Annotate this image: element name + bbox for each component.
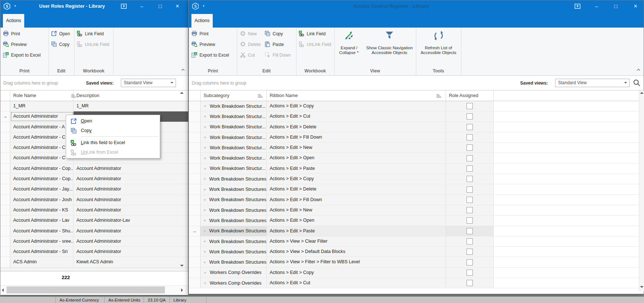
expand-plus-icon[interactable]: + — [203, 280, 207, 286]
role-assigned-checkbox[interactable] — [467, 176, 473, 182]
cell-subcategory[interactable]: + Work Breakdown Structur... — [201, 153, 267, 163]
cell-description[interactable]: 1_MR — [73, 101, 188, 111]
cell-ribbon-name[interactable]: Actions > View > Clear Filter — [267, 236, 446, 246]
saved-views-dropdown[interactable]: Standard View — [555, 79, 630, 87]
table-row[interactable]: → + Work Breakdown Structures Actions > … — [189, 215, 639, 226]
table-row[interactable]: → + Workers Comp Overrides Actions > Edi… — [189, 278, 639, 288]
cell-subcategory[interactable]: + Work Breakdown Structures — [201, 195, 267, 205]
table-row[interactable]: → + Work Breakdown Structures Actions > … — [189, 247, 639, 257]
cell-description[interactable]: Account Administrator — [73, 174, 188, 184]
horizontal-scrollbar[interactable] — [0, 285, 188, 294]
show-classic-navigation-button[interactable]: Show Classic Navigation Accessible Objec… — [363, 29, 416, 55]
table-row[interactable]: → + Work Breakdown Structures Actions > … — [189, 226, 639, 236]
header-subcategory[interactable]: Subcategory — [201, 90, 267, 101]
cell-subcategory[interactable]: + Workers Comp Overrides — [201, 278, 267, 288]
collapse-ribbon-button[interactable] — [636, 67, 641, 72]
cell-role-assigned[interactable] — [446, 278, 494, 288]
cell-ribbon-name[interactable]: Actions > Edit > Paste — [267, 164, 446, 174]
table-row[interactable]: → + Work Breakdown Structures Actions > … — [189, 236, 639, 247]
expand-plus-icon[interactable]: + — [203, 260, 206, 265]
minimize-button[interactable]: – — [137, 2, 146, 10]
expand-collapse-button[interactable]: Expand / Collapse — [334, 29, 364, 55]
cell-role-assigned[interactable] — [446, 195, 494, 205]
cell-subcategory[interactable]: + Work Breakdown Structures — [201, 184, 267, 194]
cell-role-name[interactable]: Account Administrator - Jay... — [10, 184, 73, 194]
table-row[interactable]: → + Work Breakdown Structures Actions > … — [189, 257, 639, 267]
table-row[interactable]: → Account Administrator - Sri Account Ad… — [0, 247, 188, 257]
cell-role-name[interactable]: Account Administrator - sree... — [10, 236, 73, 246]
cell-ribbon-name[interactable]: Actions > Edit > Fill Down — [267, 195, 446, 205]
role-assigned-checkbox[interactable] — [467, 165, 473, 172]
expand-plus-icon[interactable]: + — [203, 156, 207, 161]
table-row[interactable]: → Account Administrator - Jay... Account… — [0, 184, 188, 195]
cell-role-assigned[interactable] — [446, 143, 494, 153]
cell-role-name[interactable]: Account Administrator - C — [10, 132, 73, 142]
cell-ribbon-name[interactable]: Actions > Edit > Copy — [267, 101, 446, 111]
cell-subcategory[interactable]: + Work Breakdown Structur... — [201, 122, 267, 132]
cell-ribbon-name[interactable]: Actions > Edit > Delete — [267, 122, 446, 132]
cell-role-assigned[interactable] — [446, 132, 494, 142]
paste-button[interactable]: Paste — [265, 40, 284, 49]
cell-role-name[interactable]: Account Administrator - Josh — [10, 195, 73, 205]
group-by-panel[interactable]: Drag columns here to group Saved views: … — [0, 76, 188, 90]
print-button[interactable]: Print — [191, 29, 209, 38]
table-row[interactable]: → + Work Breakdown Structures Actions > … — [189, 174, 639, 184]
cell-role-name[interactable]: Account Administrator - KS — [10, 205, 73, 215]
cell-role-assigned[interactable] — [446, 236, 494, 246]
cell-subcategory[interactable]: + Work Breakdown Structures — [201, 236, 267, 246]
close-button[interactable]: × — [173, 2, 182, 10]
export-to-excel-button[interactable]: X Export to Excel — [191, 51, 229, 60]
cell-subcategory[interactable]: + Work Breakdown Structures — [201, 257, 267, 267]
expand-plus-icon[interactable]: + — [203, 166, 207, 171]
tab-actions[interactable]: Actions — [3, 14, 24, 28]
table-row[interactable]: → + Work Breakdown Structures Actions > … — [189, 205, 639, 215]
role-assigned-checkbox[interactable] — [467, 238, 473, 245]
minimize-button[interactable]: – — [592, 2, 601, 10]
expand-plus-icon[interactable]: + — [203, 270, 207, 275]
app-menu-caret-icon[interactable]: ▾ — [14, 4, 16, 8]
table-row[interactable]: → + Work Breakdown Structur... Actions >… — [189, 143, 639, 153]
saved-views-dropdown[interactable]: Standard View — [121, 79, 176, 87]
collapse-ribbon-button[interactable] — [181, 67, 185, 72]
cell-ribbon-name[interactable]: Actions > Edit > Delete — [267, 184, 446, 194]
scroll-down-button[interactable] — [640, 286, 644, 288]
cell-subcategory[interactable]: + Work Breakdown Structur... — [201, 132, 267, 142]
table-row[interactable]: → + Work Breakdown Structur... Actions >… — [189, 101, 639, 111]
preview-button[interactable]: Preview — [3, 40, 27, 49]
cell-role-assigned[interactable] — [446, 101, 494, 111]
table-row[interactable]: → + Work Breakdown Structur... Actions >… — [189, 122, 639, 132]
copy-button[interactable]: Copy — [265, 29, 283, 38]
role-assigned-checkbox[interactable] — [467, 145, 473, 151]
expand-plus-icon[interactable]: + — [203, 228, 206, 234]
role-assigned-checkbox[interactable] — [467, 155, 473, 161]
table-row[interactable]: → Account Administrator - Josh Account A… — [0, 195, 188, 205]
table-row[interactable]: → + Workers Comp Overrides Actions > Edi… — [189, 268, 639, 278]
cell-subcategory[interactable]: + Work Breakdown Structures — [201, 205, 267, 215]
cell-ribbon-name[interactable]: Actions > Edit > Paste — [267, 226, 446, 236]
cell-role-name[interactable]: Account Administrator — [10, 111, 73, 121]
cell-ribbon-name[interactable]: Actions > Edit > Copy — [267, 174, 446, 184]
cell-ribbon-name[interactable]: Actions > Edit > Open — [267, 153, 446, 163]
cell-role-assigned[interactable] — [446, 153, 494, 163]
cell-ribbon-name[interactable]: Actions > Edit > New — [267, 143, 446, 153]
role-assigned-checkbox[interactable] — [467, 228, 473, 234]
cell-subcategory[interactable]: + Work Breakdown Structures — [201, 174, 267, 184]
group-by-panel[interactable]: Drag columns here to group Saved views: … — [189, 76, 644, 90]
link-field-button[interactable]: X Link Field — [299, 29, 325, 38]
cell-description[interactable]: Account Administrator — [73, 236, 188, 246]
role-assigned-checkbox[interactable] — [467, 113, 473, 120]
role-assigned-checkbox[interactable] — [467, 186, 473, 193]
cell-subcategory[interactable]: + Work Breakdown Structures — [201, 247, 267, 257]
cell-ribbon-name[interactable]: Actions > Edit > Open — [267, 215, 446, 225]
float-window-button[interactable] — [573, 2, 582, 10]
role-assigned-checkbox[interactable] — [467, 249, 473, 255]
scroll-up-button[interactable] — [180, 92, 184, 94]
titlebar[interactable]: S ▾ Access Control Register - Library – … — [189, 0, 644, 13]
open-button[interactable]: Open — [51, 29, 70, 38]
scroll-right-button[interactable] — [181, 288, 183, 292]
cell-description[interactable]: Kiewit ACS Admin — [73, 257, 188, 267]
expand-plus-icon[interactable]: + — [203, 207, 206, 213]
search-button[interactable] — [632, 79, 641, 88]
cell-subcategory[interactable]: + Workers Comp Overrides — [201, 268, 267, 278]
role-assigned-checkbox[interactable] — [467, 124, 473, 130]
